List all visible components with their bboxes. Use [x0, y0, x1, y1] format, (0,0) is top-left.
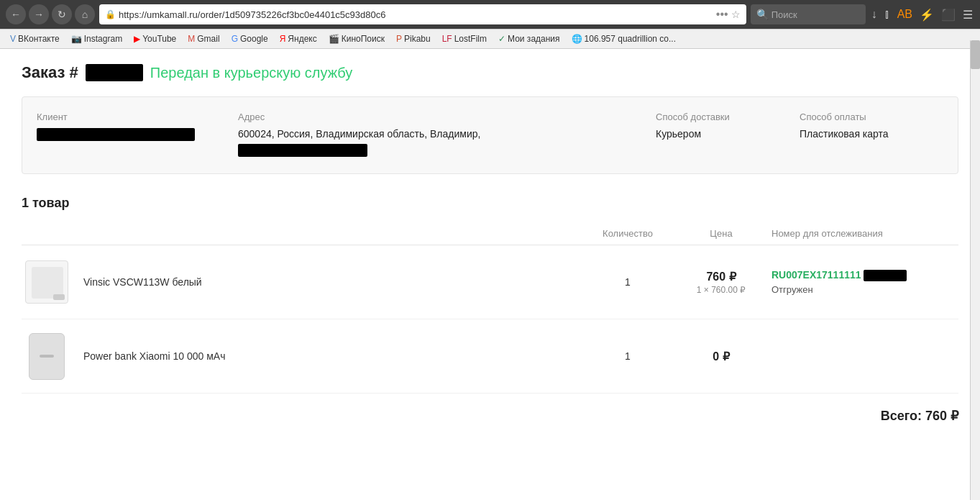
bookmark-google[interactable]: G Google [227, 32, 273, 45]
tablet-icon[interactable]: ⬛ [940, 6, 957, 23]
tracking-redacted [864, 270, 907, 281]
bookmark-gmail-label: Gmail [197, 34, 219, 44]
product-image-vinsic [22, 257, 72, 307]
bookmark-kinop-label: КиноПоиск [342, 34, 385, 44]
payment-value: Пластиковая карта [800, 128, 943, 140]
bookmark-star-icon[interactable]: ☆ [731, 9, 741, 20]
address-bar[interactable]: 🔒 https://umkamall.ru/order/1d509735226c… [99, 4, 746, 24]
product-qty-1: 1 [585, 276, 671, 288]
lostfilm-icon: LF [442, 34, 452, 44]
gmail-icon: M [188, 34, 195, 44]
address-column: Адрес 600024, Россия, Владимирская облас… [238, 112, 641, 159]
product-price-1: 760 ₽ 1 × 760.00 ₽ [671, 270, 771, 295]
google-icon: G [232, 34, 238, 44]
bookmark-kinop[interactable]: 🎬 КиноПоиск [324, 32, 389, 45]
total-row: Всего: 760 ₽ [22, 394, 958, 438]
other-icon: 🌐 [572, 34, 582, 44]
products-header: 1 товар [22, 196, 958, 211]
vk-icon: V [10, 34, 16, 44]
sidebar-icon[interactable]: ⫿ [883, 6, 892, 22]
product-image-xiaomi [22, 331, 72, 381]
col-price-header: Цена [671, 228, 771, 239]
page-content: Заказ # Передан в курьерскую службу Клие… [0, 49, 980, 488]
client-value [37, 128, 224, 143]
forward-button[interactable]: → [29, 4, 49, 24]
product-tracking-1: RU007EX17111111 Отгружен [771, 269, 958, 295]
bookmark-gmail[interactable]: M Gmail [183, 32, 224, 45]
bookmark-other-label: 106.957 quadrillion co... [585, 34, 676, 44]
tracking-status-1: Отгружен [771, 284, 958, 295]
bookmark-pikabu[interactable]: P Pikabu [392, 32, 435, 45]
bookmark-youtube[interactable]: ▶ YouTube [129, 32, 180, 45]
table-row: Power bank Xiaomi 10 000 мАч 1 0 ₽ [22, 319, 958, 394]
products-count: 1 товар [22, 196, 958, 211]
bookmark-vk[interactable]: V ВКонтакте [6, 32, 64, 45]
adblock-icon[interactable]: AB [896, 6, 914, 22]
menu-icon[interactable]: ☰ [961, 6, 974, 23]
info-grid: Клиент Адрес 600024, Россия, Владимирска… [37, 112, 943, 159]
bookmark-pikabu-label: Pikabu [404, 34, 431, 44]
payment-column: Способ оплаты Пластиковая карта [800, 112, 943, 159]
toolbar-icons: ↓ ⫿ AB ⚡ ⬛ ☰ [870, 6, 974, 23]
download-icon[interactable]: ↓ [870, 6, 879, 22]
scrollbar-thumb[interactable] [971, 40, 980, 69]
bookmark-yandex[interactable]: Я Яндекс [275, 32, 321, 45]
product-qty-2: 1 [585, 350, 671, 362]
address-label: Адрес [238, 112, 641, 122]
page-title: Заказ # Передан в курьерскую службу [22, 63, 958, 82]
delivery-value: Курьером [656, 128, 785, 140]
product-price-main-1: 760 ₽ [671, 270, 771, 283]
bookmark-google-label: Google [240, 34, 268, 44]
order-title-prefix: Заказ # [22, 63, 78, 82]
vinsic-thumbnail [25, 260, 68, 304]
product-name-1: Vinsic VSCW113W белый [83, 276, 585, 288]
search-bar[interactable]: 🔍 [751, 4, 866, 24]
browser-toolbar: ← → ↻ ⌂ 🔒 https://umkamall.ru/order/1d50… [0, 0, 980, 29]
bookmark-lostfilm[interactable]: LF LostFilm [438, 32, 491, 45]
bookmark-other[interactable]: 🌐 106.957 quadrillion co... [567, 32, 680, 45]
bookmark-tasks-label: Мои задания [508, 34, 560, 44]
col-qty-header: Количество [585, 228, 671, 239]
table-row: Vinsic VSCW113W белый 1 760 ₽ 1 × 760.00… [22, 245, 958, 319]
bookmark-instagram-label: Instagram [84, 34, 122, 44]
product-name-2: Power bank Xiaomi 10 000 мАч [83, 350, 585, 362]
product-price-2: 0 ₽ [671, 350, 771, 363]
bookmark-lostfilm-label: LostFilm [454, 34, 487, 44]
url-text: https://umkamall.ru/order/1d509735226cf3… [119, 9, 713, 20]
bookmark-instagram[interactable]: 📷 Instagram [67, 32, 127, 45]
bookmark-tasks[interactable]: ✓ Мои задания [494, 32, 564, 45]
refresh-button[interactable]: ↻ [52, 4, 72, 24]
payment-label: Способ оплаты [800, 112, 943, 122]
bookmarks-bar: V ВКонтакте 📷 Instagram ▶ YouTube M Gmai… [0, 29, 980, 49]
client-column: Клиент [37, 112, 224, 159]
browser-chrome: ← → ↻ ⌂ 🔒 https://umkamall.ru/order/1d50… [0, 0, 980, 49]
back-button[interactable]: ← [6, 4, 26, 24]
bookmark-vk-label: ВКонтакте [18, 34, 60, 44]
tracking-number-text: RU007EX17111111 [771, 269, 861, 281]
tracking-number-row: RU007EX17111111 [771, 269, 958, 281]
order-number-redacted [86, 64, 143, 81]
street-redacted [238, 144, 367, 157]
info-card: Клиент Адрес 600024, Россия, Владимирска… [22, 96, 958, 174]
home-button[interactable]: ⌂ [75, 4, 95, 24]
tasks-icon: ✓ [498, 34, 505, 44]
product-price-sub-1: 1 × 760.00 ₽ [671, 285, 771, 295]
nav-buttons: ← → ↻ ⌂ [6, 4, 95, 24]
client-name-redacted [37, 128, 195, 141]
yandex-icon: Я [280, 34, 286, 44]
product-price-main-2: 0 ₽ [671, 350, 771, 363]
kinop-icon: 🎬 [329, 34, 339, 44]
instagram-icon: 📷 [71, 34, 82, 44]
bookmark-youtube-label: YouTube [142, 34, 176, 44]
bookmark-yandex-label: Яндекс [288, 34, 316, 44]
address-text: 600024, Россия, Владимирская область, Вл… [238, 128, 480, 140]
search-icon: 🔍 [756, 9, 769, 20]
xiaomi-thumbnail [29, 333, 65, 380]
products-table-header: Количество Цена Номер для отслеживания [22, 222, 958, 245]
col-tracking-header: Номер для отслеживания [771, 228, 958, 239]
lightning-icon[interactable]: ⚡ [918, 6, 935, 23]
scrollbar[interactable] [970, 40, 980, 488]
order-status: Передан в курьерскую службу [150, 65, 352, 81]
search-input[interactable] [771, 9, 858, 20]
more-button[interactable]: ••• [716, 8, 728, 21]
